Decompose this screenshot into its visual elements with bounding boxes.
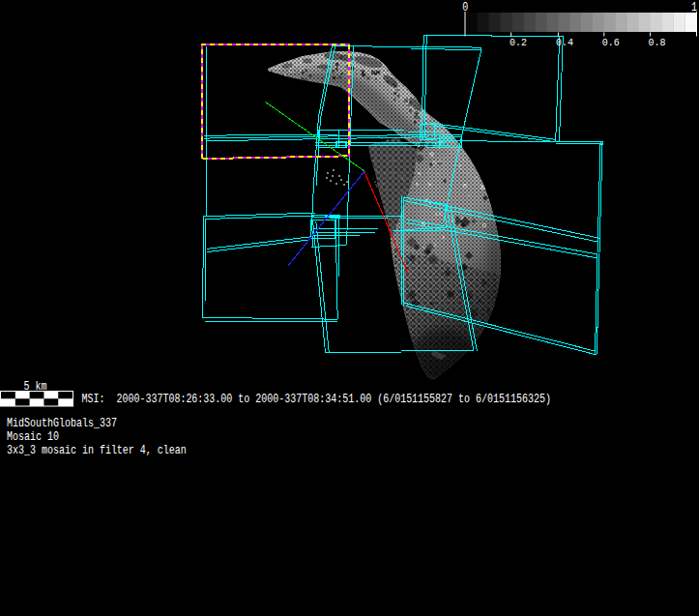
svg-text:0: 0 — [462, 1, 468, 14]
svg-text:3x3_3 mosaic in filter 4, clea: 3x3_3 mosaic in filter 4, clean — [7, 445, 187, 457]
svg-text:0.6: 0.6 — [602, 38, 620, 48]
svg-text:Mosaic 10: Mosaic 10 — [7, 430, 59, 443]
svg-text:0.8: 0.8 — [649, 38, 666, 48]
svg-text:MidSouthGlobals_337: MidSouthGlobals_337 — [7, 417, 117, 429]
svg-text:0.2: 0.2 — [510, 38, 527, 48]
svg-text:1: 1 — [691, 1, 697, 14]
svg-text:5 km: 5 km — [24, 380, 47, 393]
svg-text:MSI: 2000-337T08:26:33.00 to: MSI: 2000-337T08:26:33.00 to 2000-337T08… — [82, 393, 551, 405]
svg-text:0.4: 0.4 — [556, 38, 573, 48]
